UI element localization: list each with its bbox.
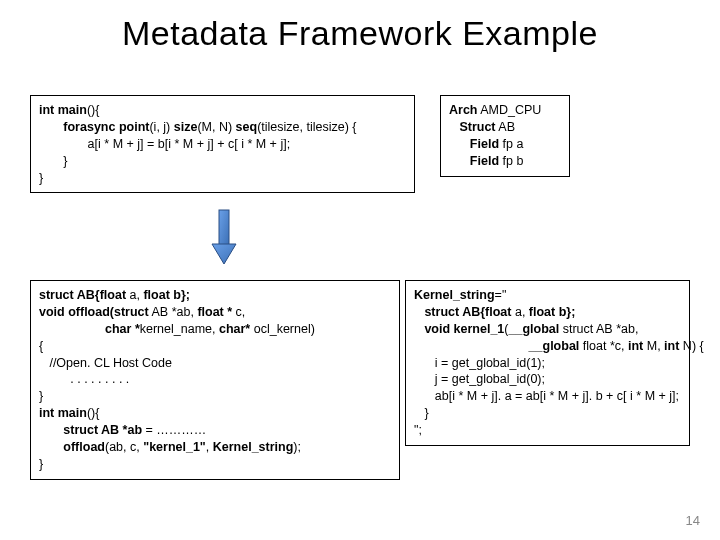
slide-title: Metadata Framework Example (0, 0, 720, 61)
code-host-box: struct AB{float a, float b}; void offloa… (30, 280, 400, 480)
down-arrow-icon (210, 208, 238, 268)
svg-rect-0 (219, 210, 229, 246)
code-arch-box: Arch AMD_CPU Struct AB Field fp a Field … (440, 95, 570, 177)
svg-marker-1 (212, 244, 236, 264)
code-main-box: int main(){ forasync point(i, j) size(M,… (30, 95, 415, 193)
code-kernel-box: Kernel_string=" struct AB{float a, float… (405, 280, 690, 446)
page-number: 14 (686, 513, 700, 528)
